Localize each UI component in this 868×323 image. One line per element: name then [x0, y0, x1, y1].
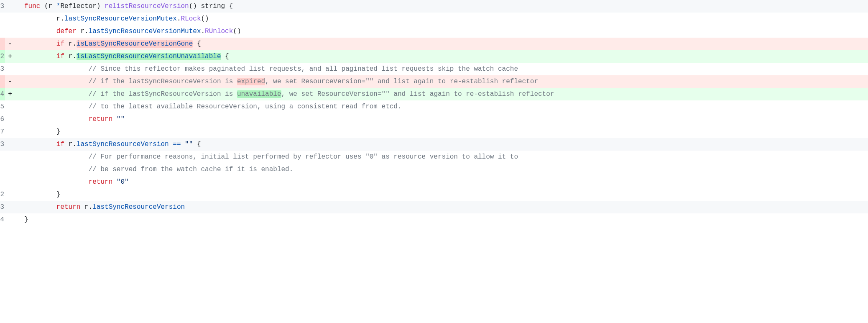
diff-line[interactable]: 6 return "" [0, 113, 868, 126]
code-cell[interactable]: // if the lastSyncResourceVersion is exp… [15, 75, 868, 88]
code-token: . [72, 40, 77, 48]
code-cell[interactable]: if r.isLastSyncResourceVersionGone { [15, 38, 868, 50]
diff-marker [5, 163, 15, 176]
code-token [24, 166, 89, 173]
code-cell[interactable]: } [15, 126, 868, 138]
diff-line[interactable]: r.lastSyncResourceVersionMutex.RLock() [0, 13, 868, 25]
line-number [0, 163, 5, 176]
code-token: , we set ResourceVersion="" and list aga… [265, 78, 538, 85]
code-cell[interactable]: } [15, 188, 868, 201]
code-token: string [201, 3, 225, 10]
code-token: . [84, 28, 89, 35]
diff-table-body: 3func (r *Reflector) relistResourceVersi… [0, 0, 868, 226]
code-cell[interactable]: // For performance reasons, initial list… [15, 151, 868, 163]
code-cell[interactable]: if r.lastSyncResourceVersion == "" { [15, 138, 868, 151]
code-token: . [89, 203, 93, 211]
code-token: r [49, 3, 56, 10]
line-number: 6 [0, 113, 5, 126]
diff-line[interactable]: - // if the lastSyncResourceVersion is e… [0, 75, 868, 88]
line-number [0, 75, 5, 88]
code-token: return [56, 203, 84, 211]
diff-line[interactable]: 4+ // if the lastSyncResourceVersion is … [0, 88, 868, 100]
code-token: isLastSyncResourceVersionUnavailable [77, 53, 221, 60]
code-cell[interactable]: } [15, 213, 868, 226]
diff-line[interactable]: - if r.isLastSyncResourceVersionGone { [0, 38, 868, 50]
diff-line[interactable]: 4} [0, 213, 868, 226]
code-cell[interactable]: // be served from the watch cache if it … [15, 163, 868, 176]
code-token: if [56, 53, 69, 60]
code-token [24, 203, 56, 211]
code-token: r [80, 28, 84, 35]
diff-line[interactable]: 3 // Since this reflector makes paginate… [0, 63, 868, 75]
line-number: 5 [0, 100, 5, 113]
code-token: { [193, 40, 201, 48]
diff-line[interactable]: // be served from the watch cache if it … [0, 163, 868, 176]
diff-line[interactable]: 3 if r.lastSyncResourceVersion == "" { [0, 138, 868, 151]
diff-marker [5, 113, 15, 126]
diff-line[interactable]: 3func (r *Reflector) relistResourceVersi… [0, 0, 868, 13]
code-token: relistResourceVersion [105, 3, 189, 10]
code-token [24, 40, 56, 48]
code-token: r [69, 40, 73, 48]
diff-table: 3func (r *Reflector) relistResourceVersi… [0, 0, 868, 226]
code-token: // to the latest available ResourceVersi… [89, 103, 402, 110]
code-token: lastSyncResourceVersion [77, 141, 169, 148]
code-token: { [193, 141, 201, 148]
code-cell[interactable]: func (r *Reflector) relistResourceVersio… [15, 0, 868, 13]
diff-line[interactable]: 5 // to the latest available ResourceVer… [0, 100, 868, 113]
code-token: "0" [117, 178, 129, 186]
code-token: == [169, 141, 185, 148]
code-token: RUnlock [205, 28, 233, 35]
line-number: 3 [0, 138, 5, 151]
code-token: "" [185, 141, 193, 148]
code-token: , we set ResourceVersion="" and list aga… [281, 90, 554, 98]
diff-marker [5, 176, 15, 188]
diff-line[interactable]: defer r.lastSyncResourceVersionMutex.RUn… [0, 25, 868, 38]
code-token: . [60, 15, 64, 23]
code-cell[interactable]: r.lastSyncResourceVersionMutex.RLock() [15, 13, 868, 25]
code-token: expired [237, 78, 265, 85]
code-cell[interactable]: if r.isLastSyncResourceVersionUnavailabl… [15, 50, 868, 63]
diff-marker [5, 100, 15, 113]
code-cell[interactable]: // Since this reflector makes paginated … [15, 63, 868, 75]
diff-marker [5, 138, 15, 151]
code-token: . [72, 141, 77, 148]
code-token: () [233, 28, 241, 35]
code-token [24, 53, 56, 60]
code-token: // Since this reflector makes paginated … [89, 65, 518, 73]
code-token [24, 65, 89, 73]
line-number: 3 [0, 201, 5, 213]
code-token: () [201, 15, 209, 23]
line-number [0, 38, 5, 50]
code-token: . [72, 53, 77, 60]
diff-line[interactable]: 2 } [0, 188, 868, 201]
diff-marker: - [5, 75, 15, 88]
diff-line[interactable]: 7 } [0, 126, 868, 138]
diff-line[interactable]: 3 return r.lastSyncResourceVersion [0, 201, 868, 213]
diff-marker [5, 0, 15, 13]
code-token: lastSyncResourceVersionMutex [89, 28, 201, 35]
line-number: 3 [0, 0, 5, 13]
code-token: Reflector [60, 3, 96, 10]
code-token: func [24, 3, 44, 10]
code-cell[interactable]: return r.lastSyncResourceVersion [15, 201, 868, 213]
code-token [24, 103, 89, 110]
code-token: unavailable [237, 90, 281, 98]
diff-line[interactable]: // For performance reasons, initial list… [0, 151, 868, 163]
code-token: } [24, 128, 60, 136]
code-cell[interactable]: // if the lastSyncResourceVersion is una… [15, 88, 868, 100]
code-cell[interactable]: return "" [15, 113, 868, 126]
code-cell[interactable]: // to the latest available ResourceVersi… [15, 100, 868, 113]
code-token [24, 78, 89, 85]
diff-marker [5, 25, 15, 38]
code-token: ) [97, 3, 105, 10]
code-token: r [69, 53, 73, 60]
diff-marker: + [5, 88, 15, 100]
diff-line[interactable]: return "0" [0, 176, 868, 188]
code-token: defer [56, 28, 81, 35]
code-token: } [24, 216, 28, 223]
line-number: 7 [0, 126, 5, 138]
code-cell[interactable]: return "0" [15, 176, 868, 188]
diff-line[interactable]: 2+ if r.isLastSyncResourceVersionUnavail… [0, 50, 868, 63]
code-cell[interactable]: defer r.lastSyncResourceVersionMutex.RUn… [15, 25, 868, 38]
